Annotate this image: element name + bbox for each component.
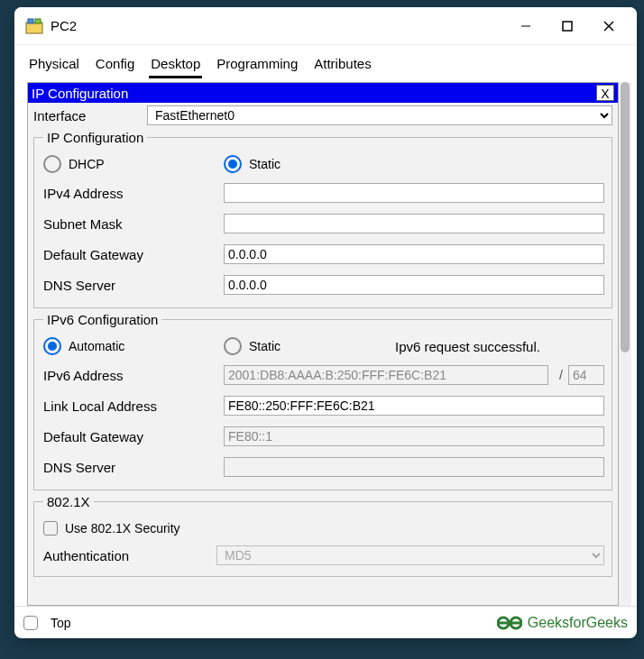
svg-rect-2 — [35, 19, 41, 23]
interface-select[interactable]: FastEthernet0 — [147, 105, 612, 125]
window-title: PC2 — [51, 18, 505, 33]
brand-icon — [497, 615, 522, 631]
ipv4-fieldset: IP Configuration DHCP Static IPv4 Addres… — [33, 130, 612, 308]
tab-attributes[interactable]: Attributes — [312, 52, 373, 78]
ipv4-address-label: IPv4 Address — [43, 186, 224, 201]
dot1x-legend: 802.1X — [43, 494, 94, 509]
panel-title-text: IP Configuration — [32, 86, 128, 101]
ipv6-dns-input[interactable] — [224, 457, 604, 477]
panel-close-button[interactable]: X — [596, 85, 614, 101]
app-window: PC2 Physical Config Desktop Programming … — [14, 7, 637, 638]
ipv4-dhcp-label: DHCP — [69, 157, 105, 171]
content-panel: IP Configuration X Interface FastEtherne… — [27, 82, 619, 606]
tab-config[interactable]: Config — [94, 52, 136, 78]
svg-rect-1 — [28, 19, 33, 23]
app-icon — [25, 17, 43, 35]
ipv6-gateway-input[interactable] — [224, 426, 604, 446]
tab-desktop[interactable]: Desktop — [149, 52, 202, 78]
ipv4-dhcp-radio[interactable] — [43, 155, 61, 173]
panel-header: IP Configuration X — [28, 83, 618, 103]
svg-rect-0 — [26, 23, 42, 33]
ipv4-address-input[interactable] — [224, 183, 604, 203]
ipv4-legend: IP Configuration — [43, 130, 147, 145]
titlebar: PC2 — [14, 7, 637, 45]
ipv6-dns-label: DNS Server — [43, 460, 224, 475]
subnet-mask-label: Subnet Mask — [43, 216, 224, 232]
ipv6-prefix-input[interactable] — [568, 365, 604, 385]
top-checkbox[interactable] — [23, 616, 38, 630]
default-gateway-input[interactable] — [224, 244, 604, 264]
authentication-select[interactable]: MD5 — [216, 545, 604, 565]
dot1x-fieldset: 802.1X Use 802.1X Security Authenticatio… — [33, 494, 612, 577]
ipv6-fieldset: IPv6 Configuration Automatic Static Ipv6… — [33, 312, 612, 490]
top-label: Top — [51, 616, 71, 630]
footer: Top GeeksforGeeks — [14, 606, 637, 638]
close-button[interactable] — [588, 12, 630, 41]
tab-physical[interactable]: Physical — [27, 52, 81, 78]
dns-server-label: DNS Server — [43, 278, 224, 293]
tab-programming[interactable]: Programming — [215, 52, 299, 78]
ipv4-static-label: Static — [249, 157, 281, 171]
ipv6-status: Ipv6 request successful. — [395, 339, 540, 354]
link-local-label: Link Local Address — [43, 398, 224, 414]
ipv6-address-input[interactable] — [224, 365, 548, 385]
interface-label: Interface — [33, 108, 142, 124]
ipv6-automatic-label: Automatic — [69, 339, 124, 353]
brand-text: GeeksforGeeks — [528, 615, 628, 631]
svg-rect-4 — [563, 22, 572, 31]
use-8021x-checkbox[interactable] — [43, 521, 58, 535]
ipv6-static-label: Static — [249, 339, 281, 353]
brand: GeeksforGeeks — [497, 615, 628, 631]
scrollbar-thumb[interactable] — [621, 82, 630, 352]
tab-bar: Physical Config Desktop Programming Attr… — [14, 45, 637, 78]
content-scrollbar[interactable] — [619, 82, 631, 606]
ipv6-automatic-radio[interactable] — [43, 337, 61, 355]
link-local-input[interactable] — [224, 396, 604, 416]
ipv6-gateway-label: Default Gateway — [43, 429, 224, 444]
subnet-mask-input[interactable] — [224, 214, 604, 233]
ipv6-legend: IPv6 Configuration — [43, 312, 161, 327]
default-gateway-label: Default Gateway — [43, 247, 224, 262]
authentication-label: Authentication — [43, 548, 216, 563]
ipv6-prefix-separator: / — [559, 368, 563, 382]
use-8021x-label: Use 802.1X Security — [65, 521, 180, 535]
minimize-button[interactable] — [505, 12, 547, 41]
dns-server-input[interactable] — [224, 275, 604, 295]
maximize-button[interactable] — [547, 12, 588, 41]
ipv4-static-radio[interactable] — [224, 155, 242, 173]
interface-row: Interface FastEthernet0 — [28, 103, 618, 128]
ipv6-address-label: IPv6 Address — [43, 368, 224, 383]
ipv6-static-radio[interactable] — [224, 337, 242, 355]
